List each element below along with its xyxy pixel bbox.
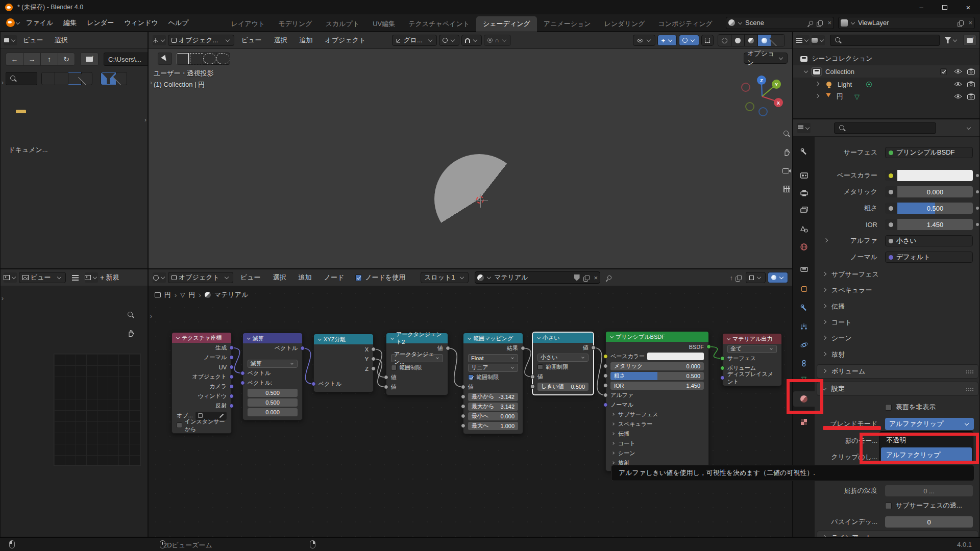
select-mode-lasso[interactable] [216, 53, 230, 64]
node-value-field[interactable]: 最小から-3.142 [468, 393, 518, 401]
overlays-toggle[interactable] [679, 35, 699, 46]
pass-index-field[interactable]: 0 [885, 516, 973, 528]
node-checkbox[interactable] [391, 365, 397, 370]
node-dropdown[interactable]: Float [468, 354, 518, 362]
image-datablock-dropdown[interactable] [85, 272, 98, 283]
node-value-field[interactable]: 最大へ1.000 [468, 422, 518, 430]
node-socket[interactable] [720, 375, 725, 380]
snap-dropdown[interactable] [461, 35, 482, 46]
shading-material-button[interactable] [745, 35, 758, 46]
slot-dropdown[interactable]: スロット1 [421, 272, 469, 283]
node-slider[interactable]: 粗さ0.500 [610, 372, 704, 380]
copy-material-icon[interactable] [585, 275, 590, 280]
tab-modifiers-icon[interactable] [793, 300, 815, 315]
node-socket[interactable] [384, 375, 388, 380]
node-socket[interactable] [229, 404, 234, 408]
vp-menu-add[interactable]: 追加 [295, 36, 318, 45]
subsurface-translucency-checkbox[interactable] [885, 503, 892, 509]
collection-disclosure-icon[interactable] [804, 69, 808, 73]
use-nodes-checkbox[interactable] [355, 274, 362, 281]
node-section[interactable]: スペキュラー [606, 419, 708, 429]
node-dropdown[interactable]: 全て [727, 345, 777, 353]
backface-checkbox[interactable] [885, 404, 892, 411]
color-swatch[interactable] [647, 353, 704, 360]
unlink-material-icon[interactable]: × [594, 274, 598, 282]
vp-ortho-grid-icon[interactable] [780, 182, 793, 195]
vp-menu-object[interactable]: オブジェクト [320, 36, 371, 45]
node-section[interactable]: コート [606, 439, 708, 448]
node-header[interactable]: 小さい [533, 333, 593, 343]
breadcrumb-mesh[interactable]: 円 [189, 290, 195, 299]
refraction-depth-field[interactable]: 0 ... [885, 485, 973, 496]
display-chevron-icon[interactable] [82, 72, 92, 85]
shader-node-map-range[interactable]: 範囲マッピング結果Floatリニア範囲制限値最小から-3.142最大から3.14… [463, 333, 523, 434]
metallic-field[interactable]: 0.000 [885, 186, 973, 197]
base-color-swatch[interactable] [885, 170, 973, 181]
node-canvas[interactable]: › 円 › ▽ 円 › マテリアル テクスチャ座標生成ノーマルUVオブジェクトカ… [149, 286, 792, 537]
tab-data-icon[interactable]: ▽ [793, 371, 815, 386]
delete-viewlayer-icon[interactable]: × [968, 19, 972, 27]
node-dropdown[interactable]: アークタンジェン... [391, 354, 443, 362]
node-socket[interactable] [461, 385, 465, 389]
tab-uv[interactable]: UV編集 [366, 16, 402, 32]
vp-zoom-button[interactable] [780, 127, 793, 140]
imged-expand-arrow[interactable]: › [2, 295, 4, 302]
gizmos-toggle[interactable]: + [657, 35, 677, 46]
shader-node-arctan2[interactable]: アークタンジェント2値アークタンジェン...範囲制限値値 [386, 333, 448, 395]
node-socket[interactable] [603, 373, 608, 378]
node-socket[interactable] [371, 366, 376, 371]
sh-menu-select[interactable]: 選択 [268, 273, 291, 282]
shader-node-less-than[interactable]: 小さい値小さい範囲制限値しきい値0.500 [532, 332, 594, 395]
node-value-field[interactable]: しきい値0.500 [537, 383, 589, 391]
breadcrumb-object[interactable]: 円 [164, 290, 171, 299]
node-socket[interactable] [311, 382, 316, 386]
new-collection-button[interactable]: + [963, 35, 976, 46]
section-subsurface[interactable]: サブサーフェス [821, 270, 879, 279]
sh-menu-node[interactable]: ノード [319, 273, 350, 282]
node-socket[interactable] [240, 381, 245, 385]
menu-window[interactable]: ウィンドウ [119, 18, 163, 28]
close-button[interactable]: × [957, 0, 980, 14]
node-socket[interactable] [371, 347, 376, 352]
fb-menu-view[interactable]: ビュー [18, 36, 48, 45]
section-coat[interactable]: コート [821, 318, 852, 327]
xray-toggle[interactable] [701, 35, 714, 46]
new-folder-button[interactable]: + [80, 53, 99, 66]
collapsed-menu-icon[interactable] [72, 275, 79, 281]
image-mode-dropdown[interactable]: ビュー [19, 272, 66, 283]
section-specular[interactable]: スペキュラー [821, 286, 872, 295]
normal-value[interactable]: デフォルト [885, 252, 973, 263]
node-socket[interactable] [461, 394, 465, 399]
node-socket[interactable] [706, 344, 711, 349]
node-socket[interactable] [603, 393, 608, 397]
node-socket[interactable] [229, 345, 234, 350]
node-value-field[interactable]: 最小へ0.000 [468, 412, 518, 420]
node-socket[interactable] [603, 364, 608, 368]
path-field[interactable]: C:\Users\... [104, 53, 148, 66]
collection-camera-icon[interactable] [967, 68, 975, 74]
select-tool-button[interactable] [158, 53, 172, 65]
menu-file[interactable]: ファイル [21, 18, 58, 28]
mesh-disclosure-icon[interactable] [815, 94, 819, 98]
blend-mode-dropdown[interactable]: アルファクリップ [885, 418, 974, 430]
vp-expand-arrow[interactable]: › [150, 79, 152, 86]
vp-menu-view[interactable]: ビュー [236, 36, 267, 45]
panel-settings[interactable]: 設定 [817, 382, 978, 396]
refresh-button[interactable]: ↻ [58, 53, 75, 66]
tab-texpaint[interactable]: テクスチャペイント [402, 16, 476, 32]
copy-viewlayer-icon[interactable] [959, 20, 964, 26]
vp-camera-view-icon[interactable] [780, 164, 793, 177]
sh-menu-view[interactable]: ビュー [235, 273, 266, 282]
tab-modeling[interactable]: モデリング [272, 16, 319, 32]
mesh-eye-icon[interactable] [954, 94, 962, 99]
node-section[interactable]: 伝播 [606, 429, 708, 439]
forward-button[interactable]: → [23, 53, 40, 66]
tab-object-icon[interactable] [793, 281, 815, 296]
filter-chevron-icon[interactable] [116, 72, 127, 85]
shading-wireframe-button[interactable] [718, 35, 731, 46]
blender-menu-icon[interactable] [6, 18, 15, 27]
preview-toggle[interactable] [768, 272, 788, 283]
node-socket[interactable] [240, 371, 245, 375]
node-socket[interactable] [446, 346, 450, 350]
node-slider[interactable]: メタリック0.000 [610, 362, 704, 370]
